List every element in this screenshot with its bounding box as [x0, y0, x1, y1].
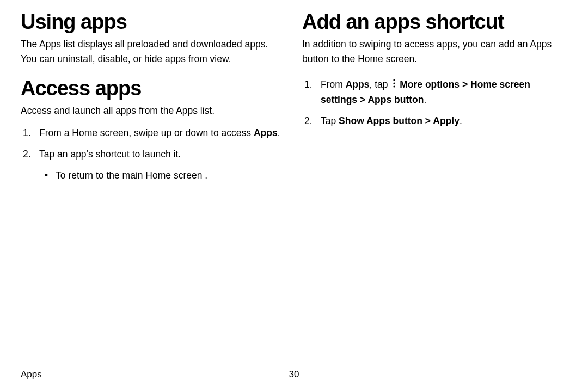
- access-step-2: Tap an app's shortcut to launch it. To r…: [35, 147, 286, 183]
- bold-apps: Apps: [254, 127, 278, 138]
- more-options-icon: [393, 77, 396, 92]
- bold-apply: Apply: [433, 115, 460, 126]
- bold-show-apps-button: Show Apps button: [339, 115, 422, 126]
- bold-more-options: More options: [400, 79, 460, 90]
- heading-using-apps: Using apps: [21, 11, 286, 34]
- access-step-1: From a Home screen, swipe up or down to …: [35, 126, 286, 140]
- shortcut-step-2: Tap Show Apps button > Apply.: [316, 114, 567, 128]
- shortcut-step-1: From Apps, tap More options > Home scree…: [316, 77, 567, 107]
- right-column: Add an apps shortcut In addition to swip…: [302, 11, 567, 189]
- using-apps-intro: The Apps list displays all preloaded and…: [21, 37, 286, 66]
- svg-point-2: [394, 85, 395, 87]
- text: .: [278, 127, 280, 138]
- access-substeps: To return to the main Home screen .: [39, 168, 286, 183]
- left-column: Using apps The Apps list displays all pr…: [21, 11, 286, 189]
- add-shortcut-steps: From Apps, tap More options > Home scree…: [302, 77, 567, 128]
- access-apps-steps: From a Home screen, swipe up or down to …: [21, 126, 286, 183]
- text: >: [460, 79, 470, 90]
- svg-point-0: [394, 79, 395, 81]
- footer-page-number: 30: [289, 369, 299, 380]
- text: >: [422, 115, 433, 126]
- text: From a Home screen, swipe up or down to …: [39, 127, 254, 138]
- access-bullet-1: To return to the main Home screen .: [52, 168, 286, 183]
- text: , tap: [369, 79, 390, 90]
- text: .: [460, 115, 462, 126]
- text: .: [424, 94, 426, 105]
- page-content: Using apps The Apps list displays all pr…: [0, 0, 588, 189]
- bold-apps: Apps: [346, 79, 370, 90]
- heading-access-apps: Access apps: [21, 77, 286, 100]
- text: >: [357, 94, 367, 105]
- access-apps-lead: Access and launch all apps from the Apps…: [21, 103, 286, 118]
- text: Tap an app's shortcut to launch it.: [39, 149, 181, 160]
- heading-add-shortcut: Add an apps shortcut: [302, 11, 567, 34]
- text: Tap: [321, 115, 339, 126]
- bold-apps-button: Apps button: [367, 94, 424, 105]
- svg-point-1: [394, 82, 395, 84]
- add-shortcut-intro: In addition to swiping to access apps, y…: [302, 37, 567, 66]
- text: From: [321, 79, 346, 90]
